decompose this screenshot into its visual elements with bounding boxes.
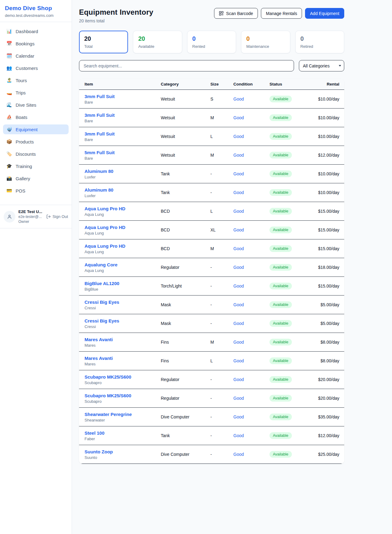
sidebar-item-equipment[interactable]: 🤿 Equipment bbox=[3, 124, 69, 134]
brand-title[interactable]: Demo Dive Shop bbox=[5, 5, 67, 12]
sidebar-item-dive-sites[interactable]: 🌊 Dive Sites bbox=[3, 100, 69, 110]
status-badge: Available bbox=[270, 189, 292, 196]
condition-link[interactable]: Good bbox=[233, 115, 270, 120]
condition-link[interactable]: Good bbox=[233, 377, 270, 382]
item-name-link[interactable]: 3mm Full Suit bbox=[85, 94, 161, 99]
item-name-link[interactable]: 3mm Full Suit bbox=[85, 113, 161, 118]
condition-link[interactable]: Good bbox=[233, 321, 270, 326]
condition-link[interactable]: Good bbox=[233, 414, 270, 419]
sidebar-item-label: Products bbox=[16, 139, 34, 144]
item-name-link[interactable]: 3mm Full Suit bbox=[85, 131, 161, 136]
sidebar-item-label: Tours bbox=[16, 78, 27, 83]
item-name-link[interactable]: BigBlue AL1200 bbox=[85, 281, 161, 286]
table-row: Aluminum 80 Luxfer Tank - Good Available… bbox=[79, 183, 344, 202]
rental-price: $35.00/day bbox=[316, 414, 344, 419]
item-name-link[interactable]: Cressi Big Eyes bbox=[85, 299, 161, 305]
item-size: XL bbox=[210, 227, 233, 232]
stat-label: Available bbox=[138, 44, 177, 49]
item-name-link[interactable]: Aqua Lung Pro HD bbox=[85, 243, 161, 249]
item-name-link[interactable]: Mares Avanti bbox=[85, 356, 161, 361]
item-name-link[interactable]: Aluminum 80 bbox=[85, 187, 161, 193]
sidebar-item-boats[interactable]: ⛵ Boats bbox=[3, 112, 69, 122]
item-brand: Bare bbox=[85, 119, 161, 123]
stat-card-retired[interactable]: 0 Retired bbox=[295, 31, 344, 53]
condition-link[interactable]: Good bbox=[233, 284, 270, 288]
condition-link[interactable]: Good bbox=[233, 302, 270, 307]
table-row: 3mm Full Suit Bare Wetsuit S Good Availa… bbox=[79, 90, 344, 109]
condition-link[interactable]: Good bbox=[233, 97, 270, 101]
search-input[interactable] bbox=[79, 60, 294, 71]
column-header-category: Category bbox=[161, 79, 210, 90]
item-category: Wetsuit bbox=[161, 153, 210, 158]
item-name-link[interactable]: Cressi Big Eyes bbox=[85, 318, 161, 323]
dive-sites-icon: 🌊 bbox=[6, 102, 12, 108]
item-brand: Shearwater bbox=[85, 418, 161, 422]
item-name-link[interactable]: 5mm Full Suit bbox=[85, 150, 161, 155]
manage-rentals-button[interactable]: Manage Rentals bbox=[261, 8, 302, 19]
item-category: Regulator bbox=[161, 265, 210, 270]
stat-card-available[interactable]: 20 Available bbox=[133, 31, 182, 53]
item-brand: Aqua Lung bbox=[85, 212, 161, 217]
qr-code-icon bbox=[219, 11, 224, 16]
sidebar-item-pos[interactable]: 💳 POS bbox=[3, 186, 69, 196]
scan-barcode-button[interactable]: Scan Barcode bbox=[214, 8, 258, 19]
item-name-link[interactable]: Aluminum 80 bbox=[85, 169, 161, 174]
item-name-link[interactable]: Aqua Lung Pro HD bbox=[85, 225, 161, 230]
sidebar-item-products[interactable]: 📦 Products bbox=[3, 137, 69, 147]
condition-link[interactable]: Good bbox=[233, 396, 270, 401]
sidebar-item-dashboard[interactable]: 📊 Dashboard bbox=[3, 26, 69, 36]
condition-link[interactable]: Good bbox=[233, 265, 270, 270]
stat-card-total[interactable]: 20 Total bbox=[79, 31, 128, 53]
column-header-condition: Condition bbox=[233, 79, 270, 90]
customers-icon: 👥 bbox=[6, 65, 12, 71]
condition-link[interactable]: Good bbox=[233, 153, 270, 158]
stat-label: Total bbox=[84, 44, 123, 49]
item-name-link[interactable]: Scubapro MK25/S600 bbox=[85, 374, 161, 380]
item-brand: Mares bbox=[85, 362, 161, 366]
dashboard-icon: 📊 bbox=[6, 29, 12, 34]
sidebar-item-gallery[interactable]: 📸 Gallery bbox=[3, 174, 69, 183]
stat-card-maintenance[interactable]: 0 Maintenance bbox=[241, 31, 290, 53]
table-row: 3mm Full Suit Bare Wetsuit L Good Availa… bbox=[79, 127, 344, 146]
condition-link[interactable]: Good bbox=[233, 358, 270, 363]
stat-value: 0 bbox=[300, 35, 339, 42]
item-brand: Luxfer bbox=[85, 193, 161, 198]
condition-link[interactable]: Good bbox=[233, 209, 270, 214]
item-name-link[interactable]: Shearwater Peregrine bbox=[85, 412, 161, 417]
item-name-link[interactable]: Aqua Lung Pro HD bbox=[85, 206, 161, 211]
sidebar-item-tours[interactable]: 🏝️ Tours bbox=[3, 75, 69, 85]
sidebar-item-customers[interactable]: 👥 Customers bbox=[3, 63, 69, 73]
sidebar-item-trips[interactable]: 🚤 Trips bbox=[3, 88, 69, 97]
sign-out-button[interactable]: Sign Out bbox=[46, 214, 68, 219]
condition-link[interactable]: Good bbox=[233, 433, 270, 438]
item-category: Wetsuit bbox=[161, 115, 210, 120]
item-name-link[interactable]: Steel 100 bbox=[85, 430, 161, 436]
item-name-link[interactable]: Suunto Zoop bbox=[85, 449, 161, 454]
condition-link[interactable]: Good bbox=[233, 134, 270, 139]
table-row: Aqualung Core Aqua Lung Regulator - Good… bbox=[79, 258, 344, 277]
condition-link[interactable]: Good bbox=[233, 227, 270, 232]
category-select[interactable]: All Categories bbox=[299, 60, 344, 71]
calendar-icon: 🗓️ bbox=[6, 53, 12, 59]
condition-link[interactable]: Good bbox=[233, 190, 270, 195]
sidebar-item-label: Discounts bbox=[16, 151, 36, 157]
item-size: L bbox=[210, 134, 233, 139]
sidebar-item-label: Calendar bbox=[16, 53, 34, 59]
status-badge: Available bbox=[270, 320, 292, 327]
rental-price: $15.00/day bbox=[316, 209, 344, 214]
condition-link[interactable]: Good bbox=[233, 171, 270, 176]
sidebar-item-calendar[interactable]: 🗓️ Calendar bbox=[3, 51, 69, 61]
page-title-block: Equipment Inventory 20 items total bbox=[79, 8, 153, 23]
condition-link[interactable]: Good bbox=[233, 452, 270, 457]
add-equipment-button[interactable]: Add Equipment bbox=[305, 8, 344, 19]
condition-link[interactable]: Good bbox=[233, 340, 270, 345]
condition-link[interactable]: Good bbox=[233, 246, 270, 251]
item-name-link[interactable]: Scubapro MK25/S600 bbox=[85, 393, 161, 398]
sidebar-item-discounts[interactable]: 🏷️ Discounts bbox=[3, 149, 69, 159]
item-name-link[interactable]: Aqualung Core bbox=[85, 262, 161, 267]
stat-card-rented[interactable]: 0 Rented bbox=[187, 31, 236, 53]
sidebar-item-training[interactable]: 🎓 Training bbox=[3, 161, 69, 171]
table-row: Aqua Lung Pro HD Aqua Lung BCD M Good Av… bbox=[79, 239, 344, 258]
sidebar-item-bookings[interactable]: 📅 Bookings bbox=[3, 39, 69, 48]
item-name-link[interactable]: Mares Avanti bbox=[85, 337, 161, 342]
